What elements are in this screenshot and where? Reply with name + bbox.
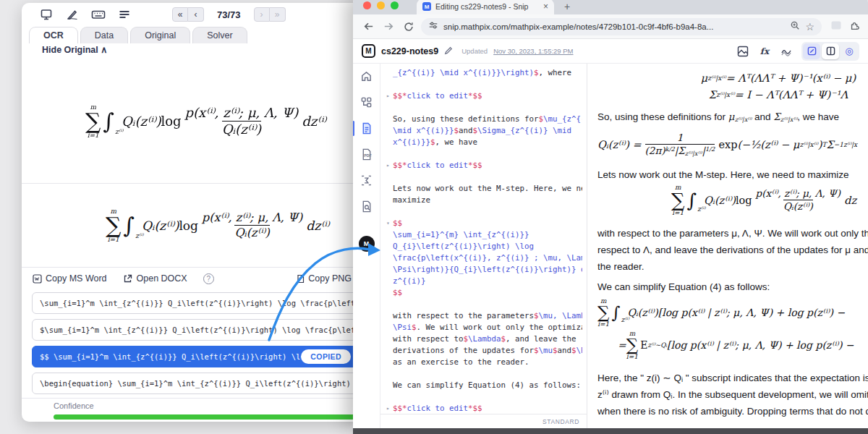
side-panel-icon[interactable] — [830, 20, 842, 34]
sigma-snip-icon[interactable] — [359, 174, 373, 187]
editor-line[interactable] — [383, 171, 582, 183]
back-icon[interactable] — [360, 19, 376, 35]
editor-line[interactable]: derivations of the updates for $\mu$ and… — [383, 345, 582, 357]
editor-lines[interactable]: _{z^{(i)} \mid x^{(i)}}\right)$, where ▸… — [380, 64, 587, 414]
address-bar[interactable]: snip.mathpix.com/mathpix-example/notes/4… — [421, 18, 822, 35]
pdf-icon[interactable]: PDF — [359, 148, 373, 161]
tab-ocr[interactable]: OCR — [29, 27, 78, 43]
tab-solver[interactable]: Solver — [192, 27, 247, 43]
editor-line[interactable]: z^{(i)} — [383, 276, 582, 287]
open-docx-button[interactable]: Open DOCX — [123, 273, 187, 284]
help-icon[interactable]: ? — [203, 273, 214, 284]
view-mode-switcher: ◎ — [801, 42, 859, 61]
fold-arrow-icon[interactable]: ▾ — [383, 218, 393, 229]
preview-eq-mu: μz⁽ⁱ⁾|x⁽ⁱ⁾ = Λᵀ(ΛΛᵀ + Ψ)⁻¹(x⁽ⁱ⁾ − μ) — [701, 72, 856, 84]
editor-line[interactable]: \mid x^{(i)}}$ and $\Sigma_{z^{(i)} \mid — [383, 125, 582, 137]
lines-icon[interactable] — [117, 7, 132, 22]
hide-original-toggle[interactable]: Hide Original ∧ — [42, 44, 107, 55]
editor-line[interactable] — [383, 368, 582, 380]
editor-line[interactable]: as an exercise to the reader. — [383, 357, 582, 368]
editor-line[interactable]: $$ — [383, 287, 582, 299]
close-window-button[interactable] — [363, 1, 371, 9]
minimize-window-button[interactable] — [377, 1, 385, 9]
fold-arrow-icon[interactable]: ▸ — [383, 90, 393, 102]
pen-icon[interactable] — [65, 7, 80, 22]
fold-arrow-icon[interactable]: ▸ — [383, 403, 393, 414]
gutter — [383, 380, 393, 391]
editor-line[interactable] — [383, 391, 582, 403]
keyboard-icon[interactable] — [91, 7, 106, 22]
editor-line[interactable] — [383, 102, 582, 114]
browser-tab[interactable]: M Editing cs229-notes9 - Snip × — [417, 0, 554, 14]
first-page-button[interactable]: « — [172, 7, 188, 22]
editor-line[interactable] — [383, 148, 582, 160]
ocr-mode-badge[interactable]: STANDARD — [542, 418, 579, 425]
bookmark-star-icon[interactable]: ☆ — [805, 21, 814, 33]
new-tab-button[interactable]: + — [564, 1, 570, 12]
tab-data[interactable]: Data — [80, 27, 128, 43]
preview-params-line: respect to Λ, and leave the derivations … — [597, 242, 868, 258]
forward-icon[interactable] — [380, 19, 396, 35]
editor-line[interactable]: with respect to $\Lambda$, and leave the — [383, 333, 582, 345]
snip-app-window: « ‹ 73/73 › » OCR Data Original Solver H… — [22, 3, 362, 422]
extensions-icon[interactable] — [849, 20, 861, 34]
fx-math-icon[interactable]: fx — [758, 45, 771, 58]
tab-close-icon[interactable]: × — [543, 1, 548, 12]
markdown-editor-pane[interactable]: _{z^{(i)} \mid x^{(i)}}\right)$, where ▸… — [380, 64, 587, 428]
last-page-button[interactable]: » — [270, 7, 286, 22]
reload-icon[interactable] — [401, 19, 417, 35]
format-row-display-dollar[interactable]: $$ \sum_{i=1}^m \int_{z^{(i)}} Q_i\left(… — [32, 346, 362, 367]
editor-line[interactable]: We can simplify Equation (4) as follows: — [383, 380, 582, 391]
editor-line[interactable]: \Psi\right)}{Q_{i}\left(z^{(i)}\right)} … — [383, 264, 582, 276]
confidence-divider — [22, 398, 362, 399]
mathpix-favicon: M — [422, 2, 431, 11]
editor-line[interactable] — [383, 299, 582, 310]
rename-pencil-icon[interactable] — [444, 45, 453, 58]
editor-line[interactable]: \sum_{i=1}^{m} \int_{z^{(i)}} — [383, 229, 582, 241]
maximize-window-button[interactable] — [391, 1, 399, 9]
preview-eye-icon[interactable]: ◎ — [841, 43, 858, 59]
edit-mode-button[interactable] — [803, 43, 820, 59]
editor-line[interactable]: x^{(i)}}$, we have — [383, 137, 582, 148]
editor-line[interactable]: maximize — [383, 195, 582, 206]
editor-line[interactable]: with respect to the parameters $\mu, \La… — [383, 310, 582, 322]
editor-line[interactable]: \Psi$. We will work out only the optimiz… — [383, 322, 582, 333]
format-row-equation-env[interactable]: \begin{equation} \sum_{i=1}^m \int_{z^{(… — [32, 373, 362, 394]
fold-arrow-icon[interactable]: ▸ — [383, 160, 393, 171]
editor-line[interactable]: ▸$$* click to edit *$$ — [383, 90, 582, 102]
editor-line[interactable]: Lets now work out the M-step. Here, we n… — [383, 183, 582, 195]
updated-date[interactable]: Nov 30, 2023, 1:55:29 PM — [493, 47, 573, 55]
prev-page-button[interactable]: ‹ — [188, 7, 204, 22]
svg-text:PDF: PDF — [364, 153, 371, 158]
copy-ms-word-button[interactable]: Copy MS Word — [32, 273, 107, 284]
zoom-icon[interactable] — [790, 20, 800, 33]
home-icon[interactable] — [359, 69, 373, 83]
editor-line[interactable]: So, using these definitions for $\mu_{z^… — [383, 114, 582, 125]
editor-line[interactable] — [383, 79, 582, 90]
document-search-icon[interactable] — [359, 200, 373, 213]
gutter — [383, 114, 393, 125]
editor-line[interactable] — [383, 206, 582, 218]
image-export-icon[interactable] — [736, 45, 749, 58]
editor-line[interactable]: ▸$$* click to edit *$$ — [383, 160, 582, 171]
editor-line[interactable]: \frac{p\left(x^{(i)}, z^{(i)} ; \mu, \La… — [383, 252, 582, 264]
site-settings-icon[interactable] — [428, 20, 438, 33]
preview-params-line: the reader. — [597, 258, 868, 275]
next-page-button[interactable]: › — [254, 7, 270, 22]
avatar[interactable]: M — [359, 236, 375, 252]
scribble-icon[interactable] — [780, 45, 793, 58]
original-image-panel: m∑i=1 ∫z⁽ⁱ⁾ Qᵢ(z⁽ⁱ⁾) log p(x⁽ⁱ⁾, z⁽ⁱ⁾; μ… — [22, 59, 362, 184]
editor-line[interactable]: _{z^{(i)} \mid x^{(i)}}\right)$, where — [383, 67, 582, 79]
format-row-latex[interactable]: \sum_{i=1}^m \int_{z^{(i)}} Q_i\left(z^{… — [32, 292, 362, 314]
editor-line[interactable]: ▸$$* click to edit *$$ — [383, 403, 582, 414]
split-view-button[interactable] — [822, 43, 839, 59]
tab-original[interactable]: Original — [130, 27, 190, 43]
screenshot-icon[interactable] — [39, 7, 54, 22]
notes-tree-icon[interactable] — [359, 95, 373, 109]
document-icon[interactable] — [359, 122, 373, 135]
copy-png-button[interactable]: Copy PNG — [294, 273, 352, 284]
editor-line[interactable]: ▾$$ — [383, 218, 582, 229]
editor-line[interactable]: Q_{i}\left(z^{(i)}\right) \log — [383, 241, 582, 252]
format-row-inline-dollar[interactable]: $\sum_{i=1}^m \int_{z^{(i)}} Q_i\left(z^… — [32, 319, 362, 341]
preview-simplify-line: We can simplify Equation (4) as follows: — [597, 281, 868, 292]
